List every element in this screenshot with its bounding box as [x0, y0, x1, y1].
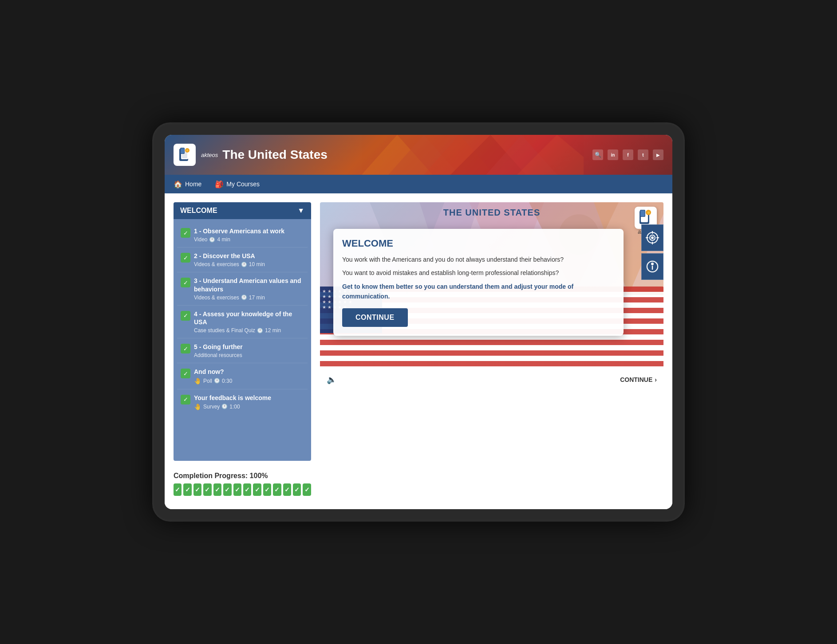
progress-dot: ✓: [273, 483, 281, 496]
progress-dot: ✓: [233, 483, 241, 496]
svg-point-34: [651, 263, 653, 265]
modal-para2: You want to avoid mistakes and establish…: [342, 268, 615, 278]
item-title-2: 2 - Discover the USA: [194, 252, 304, 260]
sidebar-item-7[interactable]: ✓ Your feedback is welcome 🤚 Survey 🕐 1:…: [177, 389, 308, 415]
progress-dot: ✓: [253, 483, 261, 496]
progress-dot: ✓: [263, 483, 271, 496]
main-content: WELCOME ▼ ✓ 1 - Observe Americans at wor…: [165, 193, 672, 509]
completion-section: Completion Progress: 100% ✓✓✓✓✓✓✓✓✓✓✓✓✓✓: [174, 467, 311, 500]
hand-icon-7: 🤚: [194, 403, 201, 410]
item-subtitle-6: 🤚 Poll 🕐 0:30: [194, 377, 304, 385]
logo-icon: [174, 144, 196, 166]
modal-continue-button[interactable]: CONTINUE: [342, 308, 408, 327]
twitter-icon[interactable]: t: [638, 149, 648, 160]
sidebar-item-3[interactable]: ✓ 3 - Understand American values and beh…: [177, 272, 308, 305]
clock-icon-7: 🕐: [221, 404, 228, 409]
item-content-4: 4 - Assess your knowledge of the USA Cas…: [194, 310, 304, 334]
item-subtitle-4: Case studies & Final Quiz 🕐 12 min: [194, 327, 304, 334]
check-icon-4: ✓: [181, 311, 190, 321]
sidebar-item-5[interactable]: ✓ 5 - Going further Additional resources: [177, 338, 308, 363]
clock-icon-6: 🕐: [214, 378, 220, 384]
svg-rect-6: [186, 149, 188, 151]
bottom-continue-link[interactable]: CONTINUE ›: [620, 376, 657, 383]
nav-home[interactable]: 🏠 Home: [174, 180, 201, 188]
check-icon-3: ✓: [181, 278, 190, 287]
sidebar-content: ✓ 1 - Observe Americans at work Video 🕐 …: [174, 219, 311, 461]
progress-dot: ✓: [223, 483, 231, 496]
speaker-icon[interactable]: 🔈: [327, 375, 336, 385]
progress-dot: ✓: [293, 483, 301, 496]
item-subtitle-7: 🤚 Survey 🕐 1:00: [194, 403, 304, 410]
tablet-screen: akteos The United States 🔍 in f t ▶: [165, 135, 672, 509]
item-title-1: 1 - Observe Americans at work: [194, 227, 304, 235]
progress-dots: ✓✓✓✓✓✓✓✓✓✓✓✓✓✓: [174, 483, 311, 496]
welcome-modal: WELCOME You work with the Americans and …: [333, 229, 624, 336]
clock-icon-3: 🕐: [241, 295, 247, 300]
linkedin-icon[interactable]: in: [608, 149, 618, 160]
target-icon-btn[interactable]: [641, 224, 663, 251]
modal-bold-text: Get to know them better so you can under…: [342, 282, 615, 302]
logo-text: akteos: [201, 152, 218, 158]
right-content: ★ ★ ★ ★ ★ ★ ★ ★ ★ ★ ★ ★ ★ ★ ★ ★ ★ ★ ★ ★ …: [320, 202, 663, 500]
progress-dot: ✓: [193, 483, 201, 496]
item-subtitle-5: Additional resources: [194, 352, 304, 358]
logo-container: akteos: [174, 144, 218, 166]
facebook-icon[interactable]: f: [623, 149, 633, 160]
progress-dot: ✓: [183, 483, 191, 496]
nav-courses-label: My Courses: [226, 181, 260, 188]
bottom-continue-arrow: ›: [655, 376, 657, 383]
check-icon-1: ✓: [181, 228, 190, 238]
progress-dot: ✓: [303, 483, 311, 496]
nav-home-label: Home: [185, 181, 201, 188]
check-icon-7: ✓: [181, 395, 190, 404]
tablet-frame: akteos The United States 🔍 in f t ▶: [152, 122, 685, 522]
item-content-2: 2 - Discover the USA Videos & exercises …: [194, 252, 304, 267]
course-viewer: ★ ★ ★ ★ ★ ★ ★ ★ ★ ★ ★ ★ ★ ★ ★ ★ ★ ★ ★ ★ …: [320, 202, 663, 389]
item-title-6: And now?: [194, 368, 304, 376]
modal-title: WELCOME: [342, 238, 615, 249]
item-title-7: Your feedback is welcome: [194, 394, 304, 402]
info-icon-btn[interactable]: [641, 253, 663, 280]
sidebar-item-6[interactable]: ✓ And now? 🤚 Poll 🕐 0:30: [177, 363, 308, 389]
progress-dot: ✓: [174, 483, 182, 496]
check-icon-5: ✓: [181, 344, 190, 353]
modal-para1: You work with the Americans and you do n…: [342, 255, 615, 264]
item-title-4: 4 - Assess your knowledge of the USA: [194, 310, 304, 326]
item-title-3: 3 - Understand American values and behav…: [194, 277, 304, 293]
course-title: THE UNITED STATES: [443, 208, 540, 218]
progress-dot: ✓: [203, 483, 211, 496]
clock-icon-4: 🕐: [257, 328, 263, 334]
app-header: akteos The United States 🔍 in f t ▶: [165, 135, 672, 175]
item-subtitle-1: Video 🕐 4 min: [194, 236, 304, 243]
item-content-1: 1 - Observe Americans at work Video 🕐 4 …: [194, 227, 304, 243]
sidebar: WELCOME ▼ ✓ 1 - Observe Americans at wor…: [174, 202, 311, 500]
item-title-5: 5 - Going further: [194, 343, 304, 351]
item-subtitle-2: Videos & exercises 🕐 10 min: [194, 261, 304, 267]
youtube-icon[interactable]: ▶: [653, 149, 663, 160]
dropdown-icon[interactable]: ▼: [297, 207, 304, 215]
header-icons: 🔍 in f t ▶: [592, 149, 663, 160]
viewer-bottom-bar: 🔈 CONTINUE ›: [320, 371, 663, 389]
bottom-continue-label: CONTINUE: [620, 376, 652, 383]
home-icon: 🏠: [174, 180, 182, 188]
item-subtitle-3: Videos & exercises 🕐 17 min: [194, 295, 304, 301]
header-title: The United States: [222, 148, 327, 162]
svg-rect-4: [181, 148, 184, 153]
svg-rect-23: [640, 210, 645, 216]
search-icon[interactable]: 🔍: [592, 149, 603, 160]
sidebar-item-2[interactable]: ✓ 2 - Discover the USA Videos & exercise…: [177, 247, 308, 272]
svg-rect-25: [647, 212, 650, 214]
viewer-right-icons: [641, 224, 663, 280]
progress-dot: ✓: [243, 483, 251, 496]
sidebar-header: WELCOME ▼: [174, 202, 311, 219]
course-title-area: THE UNITED STATES: [443, 208, 540, 218]
nav-my-courses[interactable]: 🎒 My Courses: [215, 180, 260, 188]
progress-dot: ✓: [283, 483, 291, 496]
item-content-7: Your feedback is welcome 🤚 Survey 🕐 1:00: [194, 394, 304, 410]
sidebar-item-1[interactable]: ✓ 1 - Observe Americans at work Video 🕐 …: [177, 223, 308, 247]
item-content-6: And now? 🤚 Poll 🕐 0:30: [194, 368, 304, 384]
sidebar-item-4[interactable]: ✓ 4 - Assess your knowledge of the USA C…: [177, 306, 308, 338]
item-content-3: 3 - Understand American values and behav…: [194, 277, 304, 300]
check-icon-6: ✓: [181, 369, 190, 378]
svg-point-28: [651, 237, 653, 239]
